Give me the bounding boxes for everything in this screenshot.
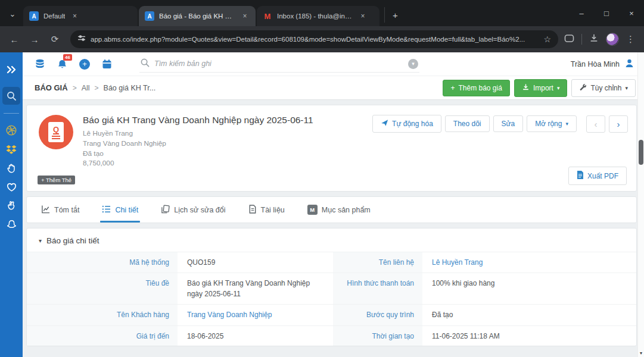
tab-groups-icon[interactable]: [564, 33, 574, 46]
tab-summary[interactable]: Tóm tắt: [41, 197, 79, 223]
tab-close-icon[interactable]: ×: [240, 11, 250, 21]
record-amount: 8,750,000: [83, 158, 313, 168]
tab-title: Báo giá - Báo giá KH Trang Vàn: [159, 12, 235, 20]
user-menu[interactable]: Trần Hòa Minh: [571, 58, 634, 70]
forward-button[interactable]: →: [26, 31, 43, 48]
record-header-card: Q Báo giá KH Trang Vàng Doanh Nghiệp ngà…: [26, 105, 637, 192]
download-icon[interactable]: [589, 33, 599, 45]
gmail-favicon: M: [263, 11, 272, 21]
hand-icon[interactable]: [6, 162, 17, 174]
back-button[interactable]: ←: [6, 31, 23, 48]
sidebar-modules: [5, 124, 17, 230]
product-module-icon: M: [307, 205, 318, 215]
record-tabs: Tóm tắt Chi tiết Lịch sử sửa đổi Tài liệ…: [26, 196, 637, 223]
tab-search-button[interactable]: ⌄: [5, 6, 20, 21]
field-value-link[interactable]: Lê Huyền Trang: [422, 252, 636, 273]
follow-button[interactable]: Theo dõi: [445, 115, 490, 132]
dropbox-icon[interactable]: [5, 144, 17, 155]
browser-tabstrip: ⌄ A Default × A Báo giá - Báo giá KH Tra…: [0, 0, 644, 26]
window-close-button[interactable]: ×: [619, 0, 644, 26]
global-search[interactable]: ▾: [139, 56, 419, 73]
field-label: Thời gian tạo: [333, 326, 422, 346]
field-label: Mã hệ thống: [27, 252, 178, 273]
new-tab-button[interactable]: +: [384, 7, 400, 23]
field-label: Hình thức thanh toán: [333, 273, 422, 304]
sidebar-search-icon[interactable]: [2, 87, 20, 105]
list-actions: + Thêm báo giá Import ▾ Tùy chỉnh ▾: [443, 79, 636, 97]
caret-down-icon: ▾: [557, 85, 560, 91]
search-scope-chevron-icon[interactable]: ▾: [408, 59, 418, 69]
hand-peace-icon[interactable]: [6, 200, 17, 211]
tab-product-items[interactable]: M Mục sản phẩm: [307, 197, 371, 223]
tab-close-icon[interactable]: ×: [70, 11, 79, 21]
import-download-icon: [522, 83, 530, 93]
field-label: Tên liên hệ: [333, 252, 422, 273]
breadcrumb-view[interactable]: All: [82, 84, 90, 92]
app-topbar: 46 + ▾ Trần Hòa Minh: [23, 52, 644, 76]
tab-mod-history[interactable]: Lịch sử sửa đổi: [161, 197, 225, 223]
profile-avatar[interactable]: [606, 33, 619, 46]
scrollbar-thumb[interactable]: [639, 140, 643, 165]
abms-favicon: A: [29, 11, 39, 21]
more-button[interactable]: Mở rộng ▾: [527, 115, 577, 132]
notifications-bell-icon[interactable]: 46: [57, 59, 67, 70]
field-value: 18-06-2025: [178, 326, 333, 346]
section-header[interactable]: ▾ Báo giá chi tiết: [27, 228, 636, 252]
search-icon: [141, 58, 150, 70]
detail-row: Tiêu đề Báo giá KH Trang Vàng Doanh Nghi…: [27, 273, 636, 305]
scroll-down-arrow-icon[interactable]: ▾: [638, 350, 644, 356]
calendar-icon[interactable]: [102, 59, 112, 69]
sidebar-expand-button[interactable]: [2, 61, 20, 79]
tab-details[interactable]: Chi tiết: [102, 197, 138, 223]
dribbble-icon[interactable]: [5, 124, 17, 136]
detail-field-grid: Mã hệ thống QUO159 Tên liên hệ Lê Huyền …: [27, 252, 636, 346]
add-quote-button[interactable]: + Thêm báo giá: [443, 80, 509, 96]
tab-documents[interactable]: Tài liệu: [248, 197, 285, 223]
tab-title: Inbox (185) - thula@innocom.v: [277, 12, 353, 20]
menu-kebab-icon[interactable]: ⋮: [626, 34, 636, 45]
record-account: Trang Vàng Doanh Nghiệp: [83, 139, 313, 149]
export-pdf-button[interactable]: Xuất PDF: [568, 167, 627, 185]
section-title: Báo giá chi tiết: [46, 236, 99, 245]
field-value: QUO159: [178, 252, 333, 273]
modules-database-icon[interactable]: [35, 59, 45, 69]
toolbar-divider: [581, 34, 582, 45]
previous-record-button[interactable]: ‹: [586, 115, 605, 133]
reload-button[interactable]: ⟳: [46, 31, 63, 48]
bookmark-star-icon[interactable]: ☆: [543, 35, 551, 44]
detail-row: Giá trị đến 18-06-2025 Thời gian tạo 11-…: [27, 326, 636, 346]
import-button[interactable]: Import ▾: [514, 79, 568, 97]
add-tag-button[interactable]: + Thêm Thẻ: [38, 176, 75, 184]
next-record-button[interactable]: ›: [609, 115, 628, 133]
record-contact: Lê Huyền Trang: [83, 129, 313, 139]
site-settings-icon[interactable]: [77, 34, 86, 45]
detail-row: Tên Khách hàng Trang Vàng Doanh Nghiệp B…: [27, 305, 636, 325]
browser-tab-inbox[interactable]: M Inbox (185) - thula@innocom.v ×: [257, 6, 379, 26]
field-value: 11-06-2025 11:18 AM: [422, 326, 636, 346]
chart-icon: [41, 205, 50, 215]
page-scrollbar[interactable]: ▾: [637, 52, 644, 357]
window-maximize-button[interactable]: □: [594, 0, 619, 26]
wrench-icon: [579, 83, 587, 93]
browser-tab-quote[interactable]: A Báo giá - Báo giá KH Trang Vàn ×: [139, 6, 256, 26]
customize-button[interactable]: Tùy chỉnh ▾: [571, 79, 636, 97]
field-value-link[interactable]: Trang Vàng Doanh Nghiệp: [178, 305, 333, 325]
address-bar[interactable]: app.abms.co/index.php?module=Quotes&view…: [70, 30, 558, 48]
quick-create-plus-button[interactable]: +: [79, 59, 90, 70]
breadcrumb-module[interactable]: BÁO GIÁ: [35, 83, 68, 92]
automate-button[interactable]: Tự động hóa: [372, 115, 441, 133]
edit-button[interactable]: Sửa: [493, 115, 524, 132]
field-label: Bước quy trình: [333, 305, 422, 325]
window-minimize-button[interactable]: –: [569, 0, 594, 26]
snapchat-icon[interactable]: [6, 219, 17, 230]
caret-down-icon: ▾: [565, 121, 568, 127]
tab-close-icon[interactable]: ×: [358, 11, 368, 21]
search-input[interactable]: [154, 60, 403, 68]
heart-icon[interactable]: [6, 181, 17, 192]
quote-details-card: ▾ Báo giá chi tiết Mã hệ thống QUO159 Tê…: [26, 228, 637, 346]
field-value: Báo giá KH Trang Vàng Doanh Nghiệp ngày …: [178, 273, 333, 304]
field-label: Giá trị đến: [27, 326, 178, 346]
url-text: app.abms.co/index.php?module=Quotes&view…: [91, 36, 537, 43]
app-sidebar: [0, 52, 23, 357]
browser-tab-default[interactable]: A Default ×: [23, 6, 138, 26]
